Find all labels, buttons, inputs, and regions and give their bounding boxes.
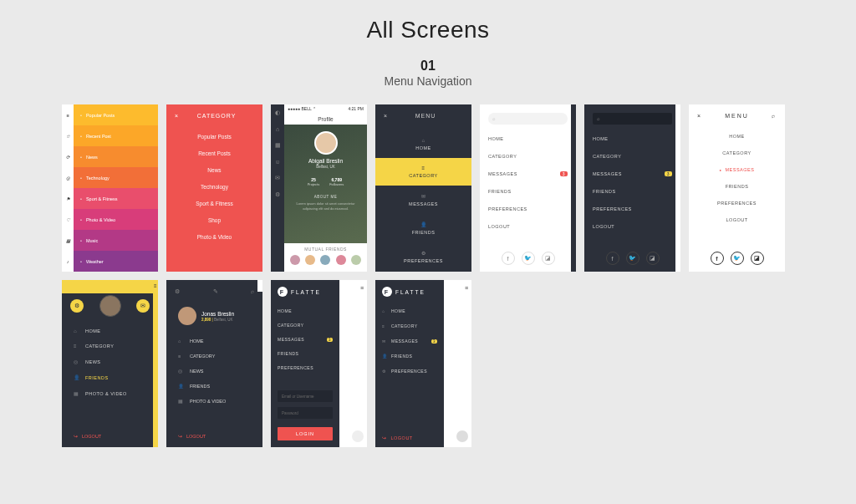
login-button[interactable]: LOGIN (278, 427, 333, 440)
category-item[interactable]: Photo & Video (175, 234, 254, 240)
menu-item[interactable]: 👤FRIENDS (74, 374, 146, 380)
menu-item[interactable]: FRIENDS (697, 184, 777, 189)
menu-item[interactable]: •Photo & Video (74, 209, 158, 230)
menu-item[interactable]: ✉MESSAGES (375, 186, 471, 214)
twitter-icon[interactable]: 🐦 (731, 252, 744, 265)
menu-item[interactable]: ↪SIGN OUT (375, 271, 471, 272)
menu-item[interactable]: FRIENDS (593, 189, 672, 194)
user-icon[interactable]: ☺ (274, 159, 280, 165)
category-item[interactable]: Popular Posts (175, 134, 254, 140)
logout-link[interactable]: ↪LOGOUT (74, 434, 101, 439)
menu-item[interactable]: LOGOUT (593, 224, 672, 229)
menu-item[interactable]: 👤FRIENDS (382, 354, 437, 359)
facebook-icon[interactable]: f (711, 252, 724, 265)
menu-item[interactable]: LOGOUT (488, 224, 568, 229)
instagram-icon[interactable]: ◪ (751, 252, 764, 265)
instagram-icon[interactable]: ◪ (542, 252, 555, 265)
logout-link[interactable]: ↪LOGOUT (178, 434, 206, 439)
menu-item[interactable]: HOME (488, 136, 568, 141)
edit-icon[interactable]: ✎ (213, 288, 218, 295)
logout-link[interactable]: ↪LOGOUT (382, 435, 437, 440)
grid-icon[interactable]: ▦ (275, 142, 281, 149)
menu-item[interactable]: FRIENDS (488, 189, 568, 194)
menu-item[interactable]: MESSAGES3 (593, 171, 672, 176)
facebook-icon[interactable]: f (606, 252, 619, 265)
menu-item[interactable]: ▦PHOTO & VIDEO (178, 399, 251, 404)
menu-item[interactable]: ▦PHOTO & VIDEO (74, 390, 146, 396)
menu-icon[interactable]: ≡ (62, 104, 74, 125)
menu-item[interactable]: CATEGORY (278, 323, 333, 328)
category-item[interactable]: Technology (175, 184, 254, 190)
gear-icon[interactable]: ⚙ (275, 191, 280, 198)
menu-item[interactable]: ◎NEWS (178, 369, 251, 374)
avatar[interactable] (99, 295, 121, 317)
menu-item[interactable]: ≡CATEGORY (74, 344, 146, 349)
menu-item[interactable]: ⚙PREFERENCES (375, 242, 471, 271)
twitter-icon[interactable]: 🐦 (626, 252, 639, 265)
logo-icon[interactable]: ◐ (275, 109, 280, 116)
menu-item[interactable]: PREFERENCES (278, 365, 333, 370)
search-icon[interactable]: ⌕ (772, 113, 777, 119)
menu-item[interactable]: ⌂HOME (74, 328, 146, 333)
menu-item[interactable]: HOME (697, 134, 777, 139)
profile-location: Belfast, UK (289, 165, 362, 169)
facebook-icon[interactable]: f (502, 252, 515, 265)
mail-button[interactable]: ✉ (136, 299, 150, 313)
menu-item[interactable]: HOME (593, 136, 672, 141)
menu-item[interactable]: 👤FRIENDS (178, 384, 251, 389)
menu-item[interactable]: CATEGORY (488, 154, 568, 159)
close-icon[interactable]: × (175, 113, 179, 119)
menu-item[interactable]: •News (74, 146, 158, 167)
menu-item[interactable]: CATEGORY (697, 150, 777, 155)
menu-item[interactable]: •Music (74, 230, 158, 251)
menu-item[interactable]: ⌂HOME (375, 130, 471, 158)
menu-item[interactable]: MESSAGES3 (488, 171, 568, 176)
menu-item[interactable]: HOME (278, 308, 333, 313)
password-field[interactable]: Password (278, 407, 333, 419)
twitter-icon[interactable]: 🐦 (522, 252, 535, 265)
category-item[interactable]: Recent Posts (175, 150, 254, 156)
page-header: All Screens 01 Menu Navigation (0, 0, 856, 93)
category-item[interactable]: Sport & Fitness (175, 201, 254, 206)
email-field[interactable]: Email or Username (278, 390, 333, 402)
menu-item[interactable]: •Recent Post (74, 125, 158, 146)
menu-item[interactable]: FRIENDS (278, 351, 333, 356)
gear-button[interactable]: ⚙ (70, 299, 84, 313)
menu-item[interactable]: ⌂HOME (382, 308, 437, 313)
avatar[interactable] (178, 307, 196, 325)
search-input[interactable]: ⌕ (488, 113, 568, 125)
menu-item[interactable]: ⌂HOME (178, 339, 251, 344)
menu-item[interactable]: CATEGORY (593, 154, 672, 159)
menu-item[interactable]: MESSAGES (697, 167, 777, 172)
menu-item[interactable]: PREFERENCES (697, 201, 777, 206)
gear-icon[interactable]: ⚙ (175, 288, 180, 295)
menu-item[interactable]: ✉MESSAGES3 (382, 339, 437, 344)
menu-item[interactable]: ≡CATEGORY (382, 323, 437, 328)
badge: 3 (560, 171, 568, 176)
close-icon[interactable]: × (384, 113, 388, 119)
menu-item[interactable]: •Sport & Fitness (74, 188, 158, 209)
search-icon[interactable]: ⌕ (251, 288, 254, 295)
category-item[interactable]: Shop (175, 217, 254, 223)
instagram-icon[interactable]: ◪ (646, 252, 660, 265)
menu-item[interactable]: ≡CATEGORY (375, 158, 471, 186)
hamburger-icon[interactable]: ≡ (360, 285, 364, 291)
avatar[interactable] (314, 131, 338, 155)
search-input[interactable]: ⌕ (593, 113, 672, 125)
menu-item[interactable]: PREFERENCES (593, 206, 672, 211)
menu-item[interactable]: •Weather (74, 251, 158, 272)
home-icon[interactable]: ⌂ (276, 126, 279, 132)
menu-item[interactable]: 👤FRIENDS (375, 214, 471, 242)
close-icon[interactable]: × (697, 113, 702, 119)
menu-item[interactable]: PREFERENCES (488, 206, 568, 211)
menu-item[interactable]: MESSAGES3 (278, 337, 333, 342)
menu-item[interactable]: ≡CATEGORY (178, 354, 251, 359)
menu-item[interactable]: ◎NEWS (74, 359, 146, 364)
menu-item[interactable]: •Popular Posts (74, 104, 158, 125)
menu-item[interactable]: LOGOUT (697, 217, 777, 222)
chat-icon[interactable]: ✉ (275, 175, 280, 181)
hamburger-icon[interactable]: ≡ (465, 285, 468, 291)
category-item[interactable]: News (175, 167, 254, 173)
menu-item[interactable]: •Technology (74, 167, 158, 188)
menu-item[interactable]: ⚙PREFERENCES (382, 369, 437, 374)
